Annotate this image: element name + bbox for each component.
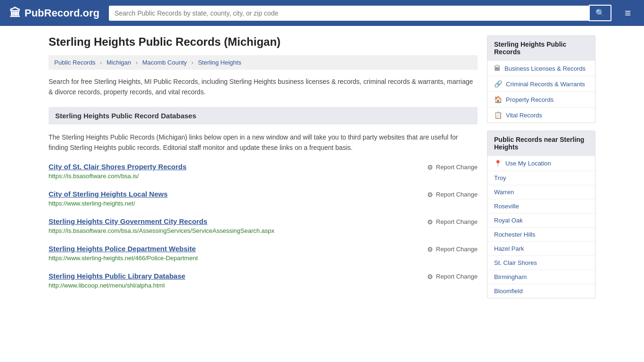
sidebar-criminal-records[interactable]: 🔗 Criminal Records & Warrants	[487, 76, 595, 91]
record-left-3: Sterling Heights City Government City Re…	[49, 217, 274, 234]
sidebar-business-label: Business Licenses & Records	[504, 65, 586, 72]
record-entry-5: Sterling Heights Public Library Database…	[49, 272, 478, 289]
report-change-label-3: Report Change	[436, 218, 478, 225]
sidebar-nearby-warren[interactable]: Warren	[487, 185, 595, 199]
report-change-label-1: Report Change	[436, 164, 478, 171]
breadcrumb-sep-2: ›	[136, 59, 138, 66]
record-left-4: Sterling Heights Police Department Websi…	[49, 245, 198, 262]
link-icon: 🔗	[494, 80, 502, 88]
sidebar-records-header: Sterling Heights Public Records	[487, 36, 595, 60]
databases-section-header: Sterling Heights Public Record Databases	[49, 107, 478, 124]
report-icon-1: ⚙	[427, 164, 433, 171]
sidebar-nearby-rochester-hills[interactable]: Rochester Hills	[487, 227, 595, 241]
record-left-1: City of St. Clair Shores Property Record…	[49, 163, 187, 180]
record-link-2[interactable]: City of Sterling Heights Local News	[49, 190, 168, 198]
record-left-2: City of Sterling Heights Local News http…	[49, 190, 168, 207]
intro-text: Search for free Sterling Heights, MI Pub…	[49, 76, 478, 98]
report-icon-5: ⚙	[427, 273, 433, 280]
sidebar: Sterling Heights Public Records 🏛 Busine…	[487, 35, 595, 306]
clipboard-icon: 📋	[494, 111, 502, 119]
site-header: 🏛 PubRecord.org 🔍 ≡	[0, 0, 644, 26]
sidebar-nearby-roseville[interactable]: Roseville	[487, 199, 595, 213]
site-logo[interactable]: 🏛 PubRecord.org	[9, 7, 99, 20]
record-link-1[interactable]: City of St. Clair Shores Property Record…	[49, 163, 187, 171]
sidebar-nearby-box: Public Records near Sterling Heights 📍 U…	[487, 131, 595, 298]
record-link-5[interactable]: Sterling Heights Public Library Database	[49, 272, 185, 280]
report-icon-4: ⚙	[427, 246, 433, 253]
report-icon-3: ⚙	[427, 218, 433, 226]
search-button[interactable]: 🔍	[589, 5, 611, 21]
sidebar-nearby-hazel-park[interactable]: Hazel Park	[487, 241, 595, 255]
breadcrumb-sep-3: ›	[191, 59, 193, 66]
hamburger-icon: ≡	[625, 7, 631, 19]
report-change-5[interactable]: ⚙ Report Change	[427, 272, 478, 280]
content-area: Sterling Heights Public Records (Michiga…	[49, 35, 478, 306]
report-change-label-4: Report Change	[436, 246, 478, 253]
record-entry-3: Sterling Heights City Government City Re…	[49, 217, 478, 234]
search-icon: 🔍	[595, 9, 605, 17]
record-url-5: http://www.libcoop.net/menu/shl/alpha.ht…	[49, 282, 165, 289]
breadcrumb-macomb-county[interactable]: Macomb County	[142, 59, 187, 66]
search-area: 🔍	[109, 5, 611, 21]
breadcrumb-michigan[interactable]: Michigan	[107, 59, 131, 66]
sidebar-nearby-header: Public Records near Sterling Heights	[487, 131, 595, 156]
record-link-3[interactable]: Sterling Heights City Government City Re…	[49, 217, 274, 225]
record-left-5: Sterling Heights Public Library Database…	[49, 272, 185, 289]
home-icon: 🏠	[494, 96, 502, 103]
sidebar-nearby-royal-oak[interactable]: Royal Oak	[487, 213, 595, 227]
report-change-2[interactable]: ⚙ Report Change	[427, 190, 478, 198]
sidebar-business-licenses[interactable]: 🏛 Business Licenses & Records	[487, 60, 595, 76]
logo-icon: 🏛	[9, 7, 21, 20]
report-change-1[interactable]: ⚙ Report Change	[427, 163, 478, 171]
report-change-label-5: Report Change	[436, 273, 478, 280]
records-list: City of St. Clair Shores Property Record…	[49, 163, 478, 289]
record-link-4[interactable]: Sterling Heights Police Department Websi…	[49, 245, 198, 253]
record-url-4: https://www.sterling-heights.net/466/Pol…	[49, 255, 198, 262]
sidebar-vital-label: Vital Records	[506, 112, 542, 119]
breadcrumb: Public Records › Michigan › Macomb Count…	[49, 55, 478, 70]
breadcrumb-public-records[interactable]: Public Records	[54, 59, 95, 66]
db-description: The Sterling Heights Public Records (Mic…	[49, 132, 478, 153]
record-url-1: https://is.bsasoftware.com/bsa.is/	[49, 173, 139, 180]
record-entry-4: Sterling Heights Police Department Websi…	[49, 245, 478, 262]
sidebar-nearby-st-clair-shores[interactable]: St. Clair Shores	[487, 255, 595, 270]
report-change-4[interactable]: ⚙ Report Change	[427, 245, 478, 253]
sidebar-vital-records[interactable]: 📋 Vital Records	[487, 107, 595, 123]
sidebar-property-records[interactable]: 🏠 Property Records	[487, 91, 595, 107]
report-icon-2: ⚙	[427, 191, 433, 198]
main-container: Sterling Heights Public Records (Michiga…	[39, 26, 605, 315]
record-url-3: https://is.bsasoftware.com/bsa.is/Assess…	[49, 227, 274, 234]
record-entry-2: City of Sterling Heights Local News http…	[49, 190, 478, 207]
sidebar-nearby-birmingham[interactable]: Birmingham	[487, 270, 595, 284]
breadcrumb-sep-1: ›	[100, 59, 102, 66]
building-icon: 🏛	[494, 65, 501, 72]
sidebar-nearby-bloomfield[interactable]: Bloomfield	[487, 284, 595, 298]
sidebar-use-location[interactable]: 📍 Use My Location	[487, 156, 595, 171]
logo-text: PubRecord.org	[25, 7, 99, 19]
location-icon: 📍	[494, 160, 502, 167]
menu-button[interactable]: ≡	[621, 5, 635, 21]
report-change-label-2: Report Change	[436, 191, 478, 198]
breadcrumb-sterling-heights[interactable]: Sterling Heights	[198, 59, 241, 66]
search-input[interactable]	[109, 6, 589, 21]
sidebar-nearby-troy[interactable]: Troy	[487, 171, 595, 185]
page-title: Sterling Heights Public Records (Michiga…	[49, 35, 478, 49]
sidebar-property-label: Property Records	[506, 96, 553, 103]
sidebar-criminal-label: Criminal Records & Warrants	[506, 81, 585, 88]
use-location-label: Use My Location	[505, 160, 551, 167]
record-entry-1: City of St. Clair Shores Property Record…	[49, 163, 478, 180]
record-url-2: https://www.sterling-heights.net/	[49, 200, 135, 207]
report-change-3[interactable]: ⚙ Report Change	[427, 217, 478, 226]
sidebar-records-box: Sterling Heights Public Records 🏛 Busine…	[487, 35, 595, 123]
